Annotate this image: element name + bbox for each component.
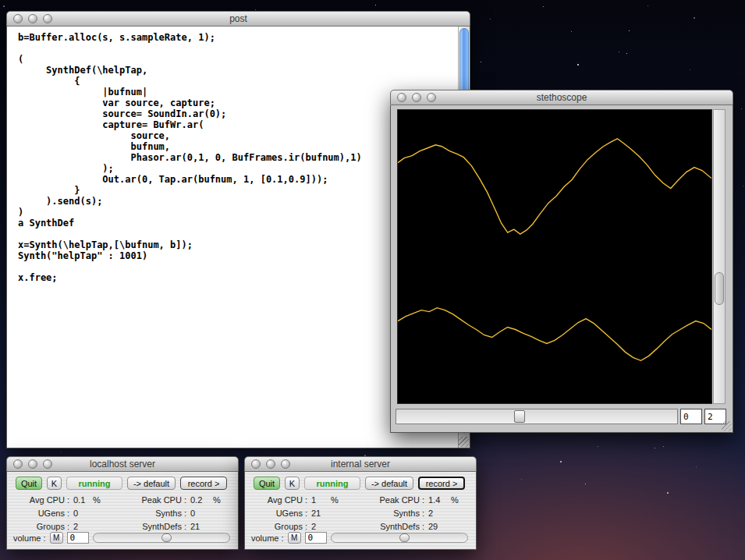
stat-value: 0 [69, 509, 93, 518]
zoom-button[interactable] [43, 459, 52, 469]
desktop-background: post b=Buffer.alloc(s, s.sampleRate, 1);… [0, 0, 745, 560]
star [577, 64, 579, 66]
star [543, 6, 544, 7]
post-window-title: post [7, 13, 470, 24]
stat-label: Avg CPU : [13, 495, 69, 505]
star [481, 62, 481, 62]
scope-scrollbar-thumb[interactable] [715, 272, 724, 305]
mute-button[interactable]: M [288, 532, 301, 544]
stat-label: Avg CPU : [251, 495, 307, 505]
stat-value: 1.4 [424, 495, 451, 505]
star [663, 446, 664, 447]
star [598, 446, 598, 447]
stat-unit: % [331, 495, 348, 505]
volume-slider[interactable] [331, 533, 468, 543]
stat-label: Peak CPU : [110, 495, 186, 505]
star [696, 466, 697, 467]
stat-label: Synths : [110, 509, 186, 518]
quit-button[interactable]: Quit [16, 477, 42, 490]
minimize-button[interactable] [266, 459, 275, 469]
scope-buffer-field[interactable] [680, 409, 702, 424]
stat-label: SynthDefs : [348, 522, 424, 531]
scope-trace-bottom [398, 308, 711, 361]
stat-label: Synths : [348, 509, 424, 518]
scope-canvas [397, 109, 712, 404]
scope-slider-thumb[interactable] [514, 410, 525, 423]
stethoscope-titlebar[interactable]: stethoscope [390, 90, 733, 105]
star [626, 53, 627, 54]
stat-value: 2 [69, 522, 93, 531]
scope-position-slider[interactable] [396, 409, 678, 424]
stat-value: 29 [424, 522, 451, 531]
minimize-button[interactable] [28, 459, 37, 469]
minimize-button[interactable] [412, 93, 421, 102]
volume-label: volume : [13, 533, 46, 543]
stat-value: 21 [186, 522, 213, 531]
internal-server-window: internal server Quit K running -> defaul… [244, 456, 477, 550]
close-button[interactable] [251, 459, 261, 469]
stat-label: UGens : [251, 509, 307, 518]
close-button[interactable] [13, 14, 23, 23]
stat-unit: % [213, 495, 229, 505]
resize-grip-icon[interactable] [722, 421, 732, 431]
stethoscope-window: stethoscope [390, 90, 733, 433]
star [560, 461, 562, 463]
volume-slider-thumb[interactable] [399, 533, 410, 542]
stat-value: 21 [307, 509, 331, 518]
kill-button[interactable]: K [47, 477, 62, 490]
star [571, 31, 572, 32]
volume-slider[interactable] [93, 533, 230, 543]
volume-field[interactable] [305, 532, 327, 544]
stat-label: Peak CPU : [348, 495, 424, 505]
server-status-label: running [304, 477, 360, 490]
volume-slider-thumb[interactable] [161, 533, 172, 542]
make-default-button[interactable]: -> default [127, 477, 176, 490]
minimize-button[interactable] [28, 14, 37, 23]
stat-unit: % [93, 495, 110, 505]
kill-button[interactable]: K [285, 477, 300, 490]
stat-value: 0.1 [69, 495, 93, 505]
stat-value: 2 [424, 509, 451, 518]
stat-unit: % [451, 495, 467, 505]
star [647, 5, 648, 6]
stat-value: 2 [307, 522, 331, 531]
star [743, 186, 743, 186]
record-button[interactable]: record > [180, 477, 227, 490]
volume-label: volume : [251, 533, 284, 543]
quit-button[interactable]: Quit [254, 477, 280, 490]
stat-value: 1 [307, 495, 331, 505]
record-button[interactable]: record > [418, 477, 465, 490]
star [585, 484, 586, 484]
stat-label: Groups : [251, 522, 307, 531]
close-button[interactable] [397, 93, 406, 102]
localhost-server-window: localhost server Quit K running -> defau… [6, 456, 239, 550]
stat-label: UGens : [13, 509, 69, 518]
stethoscope-window-title: stethoscope [391, 92, 733, 103]
scope-trace-top [398, 139, 711, 234]
scope-scrollbar[interactable] [713, 109, 725, 404]
zoom-button[interactable] [281, 459, 290, 469]
star [694, 17, 695, 19]
close-button[interactable] [13, 459, 23, 469]
star [521, 479, 522, 480]
resize-grip-icon[interactable] [459, 437, 469, 447]
star [490, 19, 491, 19]
volume-field[interactable] [67, 532, 89, 544]
star [3, 5, 5, 7]
make-default-button[interactable]: -> default [365, 477, 413, 490]
internal-titlebar[interactable]: internal server [244, 456, 477, 472]
star [690, 69, 690, 70]
server-stats: Avg CPU : 1 % Peak CPU : 1.4 % UGens : 2… [245, 490, 476, 531]
stat-value: 0.2 [186, 495, 213, 505]
mute-button[interactable]: M [50, 532, 63, 544]
star [375, 5, 376, 5]
localhost-titlebar[interactable]: localhost server [6, 456, 239, 472]
zoom-button[interactable] [427, 93, 436, 102]
stat-label: Groups : [13, 522, 69, 531]
server-stats: Avg CPU : 0.1 % Peak CPU : 0.2 % UGens :… [7, 490, 238, 531]
star [619, 51, 619, 52]
zoom-button[interactable] [43, 14, 52, 23]
star [741, 108, 742, 109]
post-titlebar[interactable]: post [6, 11, 470, 27]
star [255, 9, 256, 10]
